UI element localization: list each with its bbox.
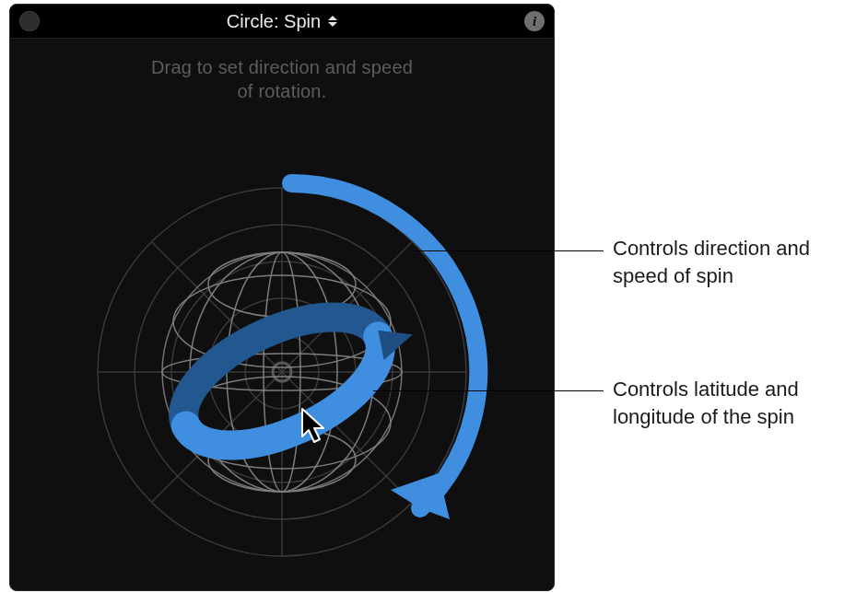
panel-body: Drag to set direction and speed of rotat… [10, 55, 554, 591]
spin-visualizer[interactable] [52, 123, 512, 584]
annotation-spin-latlong: Controls latitude and longitude of the s… [613, 376, 862, 430]
annotation-leader [373, 390, 604, 391]
panel-header: Circle: Spin i [10, 5, 554, 39]
annotation-spin-speed: Controls direction and speed of spin [613, 235, 862, 289]
info-icon[interactable]: i [524, 11, 545, 31]
hint-text: Drag to set direction and speed of rotat… [10, 55, 554, 103]
popup-caret-icon [328, 16, 337, 27]
spin-hud-panel: Circle: Spin i Drag to set direction and… [9, 4, 555, 591]
annotation-text: Controls latitude and longitude of the s… [613, 376, 862, 430]
annotation-leader [415, 250, 604, 251]
panel-title-popup[interactable]: Circle: Spin [227, 11, 337, 32]
annotation-text: Controls direction and speed of spin [613, 235, 862, 289]
panel-dot-icon [19, 11, 40, 31]
spin-svg [52, 123, 512, 584]
spin-orbit-ring[interactable] [165, 277, 429, 472]
panel-title-label: Circle: Spin [227, 11, 321, 32]
